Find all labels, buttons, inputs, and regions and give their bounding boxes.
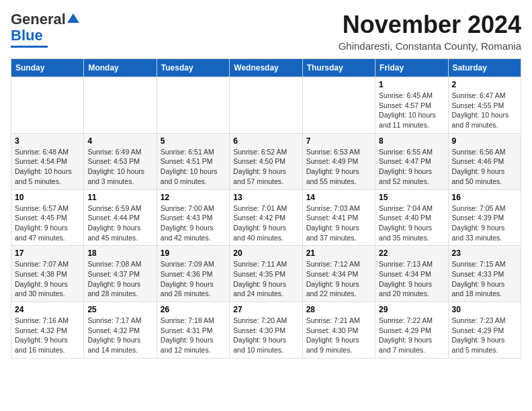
day-info: Sunrise: 6:57 AMSunset: 4:45 PMDaylight:… — [15, 203, 80, 243]
week-row-5: 24Sunrise: 7:16 AMSunset: 4:32 PMDayligh… — [11, 302, 521, 359]
day-info: Sunrise: 6:59 AMSunset: 4:44 PMDaylight:… — [87, 203, 152, 243]
day-info: Sunrise: 6:51 AMSunset: 4:51 PMDaylight:… — [161, 147, 226, 187]
calendar-cell: 15Sunrise: 7:04 AMSunset: 4:40 PMDayligh… — [375, 189, 448, 246]
calendar-cell: 6Sunrise: 6:52 AMSunset: 4:50 PMDaylight… — [230, 133, 302, 189]
day-info: Sunrise: 7:12 AMSunset: 4:34 PMDaylight:… — [306, 259, 371, 299]
day-number: 13 — [233, 193, 298, 202]
day-info: Sunrise: 7:17 AMSunset: 4:32 PMDaylight:… — [87, 316, 152, 355]
day-number: 12 — [161, 193, 226, 202]
calendar-cell: 13Sunrise: 7:01 AMSunset: 4:42 PMDayligh… — [230, 189, 302, 246]
header-day-wednesday: Wednesday — [230, 59, 302, 77]
day-number: 20 — [233, 248, 298, 258]
week-row-3: 10Sunrise: 6:57 AMSunset: 4:45 PMDayligh… — [11, 189, 521, 246]
day-info: Sunrise: 7:08 AMSunset: 4:37 PMDaylight:… — [87, 259, 152, 299]
calendar-cell — [11, 77, 84, 134]
week-row-1: 1Sunrise: 6:45 AMSunset: 4:57 PMDaylight… — [11, 77, 521, 134]
calendar-cell: 5Sunrise: 6:51 AMSunset: 4:51 PMDaylight… — [157, 133, 229, 189]
calendar-cell: 30Sunrise: 7:23 AMSunset: 4:29 PMDayligh… — [448, 302, 521, 359]
day-number: 18 — [87, 248, 152, 258]
calendar-cell: 2Sunrise: 6:47 AMSunset: 4:55 PMDaylight… — [448, 77, 521, 134]
calendar-cell: 28Sunrise: 7:21 AMSunset: 4:30 PMDayligh… — [302, 302, 375, 359]
day-info: Sunrise: 7:20 AMSunset: 4:30 PMDaylight:… — [233, 316, 298, 355]
day-info: Sunrise: 7:09 AMSunset: 4:36 PMDaylight:… — [161, 259, 226, 299]
day-info: Sunrise: 7:16 AMSunset: 4:32 PMDaylight:… — [15, 316, 80, 355]
header-day-sunday: Sunday — [11, 59, 84, 77]
day-number: 9 — [452, 136, 517, 146]
day-info: Sunrise: 6:45 AMSunset: 4:57 PMDaylight:… — [379, 91, 444, 130]
calendar-cell: 26Sunrise: 7:18 AMSunset: 4:31 PMDayligh… — [157, 302, 229, 359]
calendar-cell: 16Sunrise: 7:05 AMSunset: 4:39 PMDayligh… — [448, 189, 521, 246]
day-number: 2 — [452, 80, 517, 89]
day-number: 4 — [87, 136, 152, 146]
logo-icon — [67, 12, 79, 24]
logo-underline — [11, 46, 48, 48]
day-info: Sunrise: 6:55 AMSunset: 4:47 PMDaylight:… — [379, 147, 444, 187]
day-info: Sunrise: 7:11 AMSunset: 4:35 PMDaylight:… — [233, 259, 298, 299]
day-number: 1 — [379, 80, 444, 89]
day-number: 23 — [452, 248, 517, 258]
day-number: 6 — [233, 136, 298, 146]
calendar-cell — [157, 77, 229, 134]
day-info: Sunrise: 7:22 AMSunset: 4:29 PMDaylight:… — [379, 316, 444, 355]
calendar-cell: 18Sunrise: 7:08 AMSunset: 4:37 PMDayligh… — [84, 246, 157, 302]
day-info: Sunrise: 6:47 AMSunset: 4:55 PMDaylight:… — [452, 91, 517, 130]
calendar-cell: 25Sunrise: 7:17 AMSunset: 4:32 PMDayligh… — [84, 302, 157, 359]
calendar-cell: 21Sunrise: 7:12 AMSunset: 4:34 PMDayligh… — [302, 246, 375, 302]
calendar-cell: 14Sunrise: 7:03 AMSunset: 4:41 PMDayligh… — [302, 189, 375, 246]
title-area: November 2024 Ghindaresti, Constanta Cou… — [339, 11, 521, 52]
calendar-cell: 4Sunrise: 6:49 AMSunset: 4:53 PMDaylight… — [84, 133, 157, 189]
day-number: 7 — [306, 136, 371, 146]
calendar-cell: 7Sunrise: 6:53 AMSunset: 4:49 PMDaylight… — [302, 133, 375, 189]
day-info: Sunrise: 7:13 AMSunset: 4:34 PMDaylight:… — [379, 259, 444, 299]
day-info: Sunrise: 7:05 AMSunset: 4:39 PMDaylight:… — [452, 203, 517, 243]
svg-marker-0 — [67, 13, 79, 23]
calendar-cell: 17Sunrise: 7:07 AMSunset: 4:38 PMDayligh… — [11, 246, 84, 302]
day-info: Sunrise: 7:18 AMSunset: 4:31 PMDaylight:… — [161, 316, 226, 355]
day-number: 24 — [15, 305, 80, 314]
header-day-friday: Friday — [375, 59, 448, 77]
calendar-cell: 9Sunrise: 6:56 AMSunset: 4:46 PMDaylight… — [448, 133, 521, 189]
day-info: Sunrise: 6:56 AMSunset: 4:46 PMDaylight:… — [452, 147, 517, 187]
week-row-4: 17Sunrise: 7:07 AMSunset: 4:38 PMDayligh… — [11, 246, 521, 302]
logo-blue: Blue — [11, 27, 43, 44]
calendar-cell: 19Sunrise: 7:09 AMSunset: 4:36 PMDayligh… — [157, 246, 229, 302]
calendar-cell — [302, 77, 375, 134]
calendar-cell: 1Sunrise: 6:45 AMSunset: 4:57 PMDaylight… — [375, 77, 448, 134]
day-number: 5 — [161, 136, 226, 146]
day-number: 3 — [15, 136, 80, 146]
day-number: 14 — [306, 193, 371, 202]
day-number: 27 — [233, 305, 298, 314]
calendar-cell: 23Sunrise: 7:15 AMSunset: 4:33 PMDayligh… — [448, 246, 521, 302]
day-number: 15 — [379, 193, 444, 202]
day-info: Sunrise: 7:01 AMSunset: 4:42 PMDaylight:… — [233, 203, 298, 243]
calendar-cell: 8Sunrise: 6:55 AMSunset: 4:47 PMDaylight… — [375, 133, 448, 189]
month-title: November 2024 — [339, 11, 521, 39]
week-row-2: 3Sunrise: 6:48 AMSunset: 4:54 PMDaylight… — [11, 133, 521, 189]
subtitle: Ghindaresti, Constanta County, Romania — [339, 40, 521, 52]
calendar-cell: 22Sunrise: 7:13 AMSunset: 4:34 PMDayligh… — [375, 246, 448, 302]
calendar-cell — [230, 77, 302, 134]
day-number: 17 — [15, 248, 80, 258]
day-info: Sunrise: 7:15 AMSunset: 4:33 PMDaylight:… — [452, 259, 517, 299]
day-number: 16 — [452, 193, 517, 202]
calendar-cell: 3Sunrise: 6:48 AMSunset: 4:54 PMDaylight… — [11, 133, 84, 189]
calendar-cell — [84, 77, 157, 134]
calendar-cell: 12Sunrise: 7:00 AMSunset: 4:43 PMDayligh… — [157, 189, 229, 246]
day-number: 22 — [379, 248, 444, 258]
day-number: 19 — [161, 248, 226, 258]
day-info: Sunrise: 6:48 AMSunset: 4:54 PMDaylight:… — [15, 147, 80, 187]
calendar-table: SundayMondayTuesdayWednesdayThursdayFrid… — [11, 58, 521, 359]
day-info: Sunrise: 7:21 AMSunset: 4:30 PMDaylight:… — [306, 316, 371, 355]
day-number: 28 — [306, 305, 371, 314]
day-info: Sunrise: 7:07 AMSunset: 4:38 PMDaylight:… — [15, 259, 80, 299]
day-info: Sunrise: 7:04 AMSunset: 4:40 PMDaylight:… — [379, 203, 444, 243]
header-day-thursday: Thursday — [302, 59, 375, 77]
day-number: 25 — [87, 305, 152, 314]
calendar-cell: 10Sunrise: 6:57 AMSunset: 4:45 PMDayligh… — [11, 189, 84, 246]
calendar-header-row: SundayMondayTuesdayWednesdayThursdayFrid… — [11, 59, 521, 77]
day-number: 30 — [452, 305, 517, 314]
day-number: 10 — [15, 193, 80, 202]
logo: General Blue — [11, 11, 79, 48]
day-number: 21 — [306, 248, 371, 258]
day-info: Sunrise: 6:52 AMSunset: 4:50 PMDaylight:… — [233, 147, 298, 187]
